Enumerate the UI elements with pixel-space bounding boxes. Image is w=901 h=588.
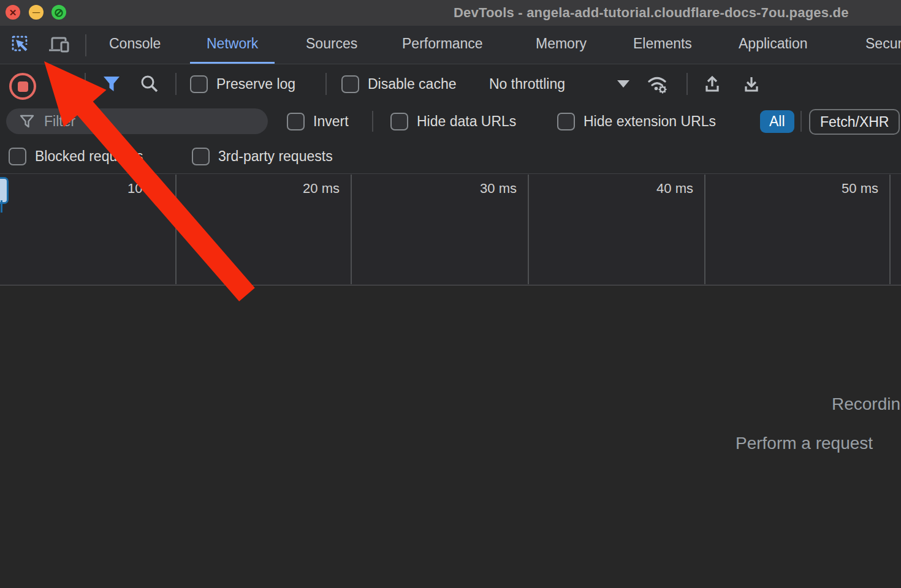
filter-type-all-chip[interactable]: All [760, 110, 794, 133]
chevron-down-icon[interactable] [617, 80, 629, 88]
divider [372, 111, 373, 132]
tab-label: Network [207, 36, 258, 52]
checkbox-label: Blocked requests [35, 148, 143, 165]
minimize-window-button[interactable]: ─ [29, 5, 44, 20]
timeline-tick-label: 10 ms [127, 181, 164, 197]
clear-network-log-button[interactable] [47, 70, 74, 97]
divider [85, 34, 86, 56]
filter-funnel-icon [102, 75, 121, 92]
devtools-tabbar: Console Network Sources Performance Memo… [0, 26, 901, 64]
upload-icon [702, 74, 722, 94]
network-conditions-icon [646, 74, 671, 94]
checkbox-label: Hide extension URLs [584, 113, 716, 130]
timeline-tick-label: 40 ms [656, 181, 693, 197]
tab-label: Memory [536, 36, 587, 52]
tab-sources[interactable]: Sources [289, 26, 374, 62]
gear-part [659, 86, 667, 94]
checkbox-label: Hide data URLs [417, 113, 516, 130]
inspect-cursor-icon [11, 35, 31, 55]
fullscreen-unavailable-icon: ⊘ [54, 7, 64, 18]
tab-label: Elements [633, 36, 692, 52]
tab-console[interactable]: Console [93, 26, 177, 62]
tab-security[interactable]: Security [849, 26, 901, 62]
tab-label: Application [739, 36, 808, 52]
filter-input[interactable] [43, 113, 248, 130]
timeline-tick-label: 30 ms [480, 181, 517, 197]
tab-label: Security [865, 36, 901, 52]
stop-record-icon [18, 81, 28, 92]
blocked-requests-checkbox[interactable]: Blocked requests [9, 139, 143, 173]
record-network-log-button[interactable] [9, 73, 36, 100]
timeline-gridline [175, 175, 177, 284]
checkbox-label: Preserve log [216, 76, 295, 92]
chip-label: All [769, 113, 785, 130]
checkbox-label: 3rd-party requests [218, 148, 333, 165]
third-party-requests-checkbox[interactable]: 3rd-party requests [192, 139, 333, 173]
divider [686, 73, 688, 95]
preserve-log-checkbox[interactable]: Preserve log [190, 64, 295, 104]
tab-memory[interactable]: Memory [519, 26, 603, 62]
device-toolbar-icon [48, 35, 70, 55]
timeline-tick-label: 50 ms [842, 181, 878, 197]
hide-data-urls-checkbox[interactable]: Hide data URLs [390, 104, 516, 139]
empty-state-line-2: Perform a request [736, 434, 873, 453]
close-window-button[interactable]: ✕ [6, 5, 20, 20]
timeline-gridline [889, 175, 891, 284]
filter-type-fetch-xhr-chip[interactable]: Fetch/XHR [809, 109, 900, 135]
filter-funnel-outline-icon [20, 114, 34, 129]
hide-extension-urls-checkbox[interactable]: Hide extension URLs [557, 104, 716, 139]
minimize-icon: ─ [32, 7, 40, 18]
toggle-device-toolbar-button[interactable] [45, 31, 72, 58]
close-icon: ✕ [9, 8, 17, 17]
divider [800, 111, 802, 132]
tab-label: Console [109, 36, 161, 52]
checkbox-box[interactable] [190, 75, 208, 93]
chip-label: Fetch/XHR [820, 114, 889, 130]
tab-label: Sources [306, 36, 357, 52]
window-titlebar: ✕ ─ ⊘ DevTools - angela-add-tutorial.clo… [0, 0, 901, 26]
tab-network[interactable]: Network [190, 26, 275, 64]
filter-toggle-button[interactable] [98, 70, 125, 97]
import-har-button[interactable] [699, 70, 726, 97]
export-har-button[interactable] [738, 70, 765, 97]
disable-cache-checkbox[interactable]: Disable cache [341, 64, 456, 104]
checkbox-box[interactable] [557, 113, 575, 130]
search-button[interactable] [136, 70, 163, 97]
timeline-gridline [351, 175, 352, 284]
request-filters-row: Blocked requests 3rd-party requests [0, 139, 901, 173]
checkbox-label: Invert [313, 113, 349, 130]
tab-application[interactable]: Application [722, 26, 824, 62]
divider [175, 73, 177, 95]
checkbox-box[interactable] [341, 75, 359, 93]
timeline-gridline [704, 175, 705, 284]
timeline-range-handle-line [1, 200, 2, 213]
timeline-tick-label: 20 ms [303, 181, 340, 197]
tab-label: Performance [402, 36, 483, 52]
tab-performance[interactable]: Performance [386, 26, 500, 62]
checkbox-box[interactable] [287, 113, 305, 130]
filter-input-container[interactable] [6, 108, 268, 134]
invert-checkbox[interactable]: Invert [287, 104, 349, 139]
empty-state-line-1: Recording [832, 394, 901, 414]
network-requests-panel: Recording Perform a request [0, 285, 901, 588]
network-conditions-button[interactable] [645, 70, 672, 97]
network-filter-row: Invert Hide data URLs Hide extension URL… [0, 104, 901, 139]
throttling-value: No throttling [489, 76, 565, 92]
divider [325, 73, 327, 95]
tab-elements[interactable]: Elements [617, 26, 709, 62]
network-toolbar: Preserve log Disable cache No throttling [0, 64, 901, 104]
fullscreen-window-button[interactable]: ⊘ [51, 5, 66, 20]
checkbox-box[interactable] [192, 148, 210, 165]
checkbox-label: Disable cache [368, 76, 456, 92]
throttling-select[interactable]: No throttling [489, 64, 565, 104]
inspect-element-button[interactable] [7, 31, 34, 58]
download-icon [742, 74, 761, 94]
network-overview-timeline[interactable]: 10 ms 20 ms 30 ms 40 ms 50 ms [0, 173, 901, 286]
divider [85, 73, 86, 95]
clear-icon [50, 74, 70, 94]
checkbox-box[interactable] [9, 148, 26, 165]
search-icon [140, 74, 159, 94]
timeline-gridline [528, 175, 529, 284]
window-title: DevTools - angela-add-tutorial.cloudflar… [454, 5, 849, 21]
checkbox-box[interactable] [390, 113, 408, 130]
